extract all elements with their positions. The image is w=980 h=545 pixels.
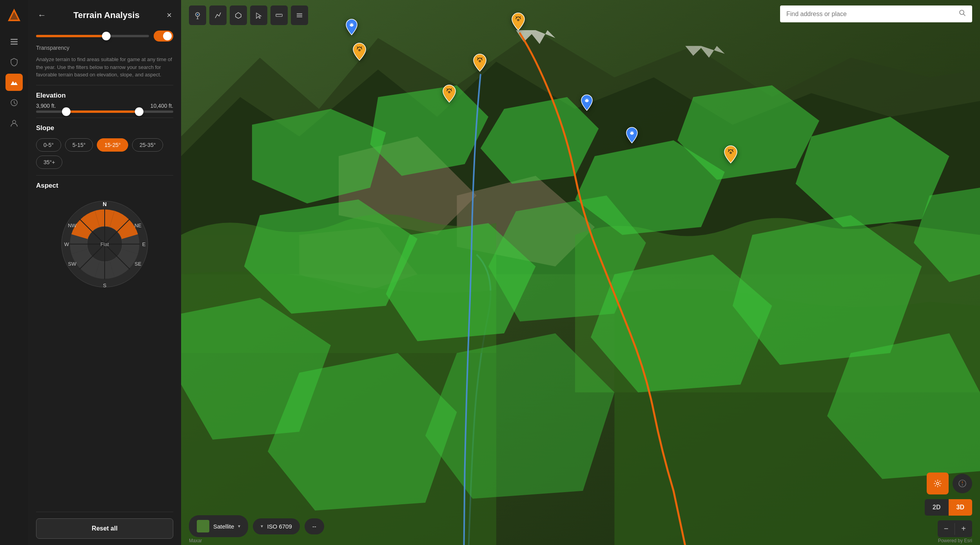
svg-text:N: N (103, 201, 107, 207)
slope-btn-0-5[interactable]: 0-5° (36, 138, 61, 152)
view-2d-button[interactable]: 2D (925, 499, 948, 516)
game-marker-4[interactable] (441, 84, 457, 107)
svg-rect-3 (11, 41, 18, 42)
projection-selector[interactable]: ▾ ISO 6709 (253, 518, 299, 534)
view-3d-button[interactable]: 3D (949, 499, 972, 516)
svg-text:W: W (64, 241, 69, 247)
search-bar (780, 5, 972, 22)
satellite-toggle[interactable]: Satellite ▾ (189, 515, 248, 537)
map-toolbar (189, 5, 308, 25)
compass-container: N NE E SE S SW W NW Flat (28, 199, 181, 289)
nav-layers-button[interactable] (5, 33, 23, 50)
search-icon (959, 9, 966, 18)
map-thumbnail (197, 520, 209, 532)
panel-header: ← Terrain Analysis × (28, 0, 181, 27)
search-input-wrap (780, 5, 972, 22)
pan-button[interactable] (927, 473, 949, 494)
terrain-analysis-panel: ← Terrain Analysis × Transparency Analyz… (28, 0, 181, 545)
panel-title: Terrain Analysis (48, 10, 165, 20)
more-tools-button[interactable] (291, 5, 308, 25)
water-marker-1[interactable] (345, 18, 359, 39)
svg-point-47 (936, 482, 939, 485)
view-toggle: 2D 3D (925, 499, 972, 516)
nav-terrain-button[interactable] (5, 74, 23, 91)
game-marker-3[interactable] (472, 53, 488, 76)
nav-history-button[interactable] (5, 94, 23, 111)
svg-point-25 (197, 14, 198, 15)
slope-section-title: Slope (28, 118, 181, 135)
elevation-max-value: 10,400 ft. (151, 103, 173, 109)
zoom-out-button[interactable]: − (938, 520, 955, 537)
svg-text:S: S (103, 282, 107, 288)
water-marker-2[interactable] (580, 94, 594, 115)
measure-button[interactable] (270, 5, 288, 25)
elevation-values: 3,900 ft. 10,400 ft. (28, 103, 181, 109)
reset-all-button[interactable]: Reset all (36, 518, 173, 539)
elevation-min-thumb[interactable] (62, 107, 71, 116)
zoom-in-button[interactable]: + (955, 520, 972, 537)
transparency-toggle[interactable] (154, 31, 173, 42)
elevation-range-slider[interactable] (36, 110, 173, 113)
svg-point-6 (13, 120, 16, 123)
svg-point-43 (517, 19, 519, 21)
slope-buttons: 0-5° 5-15° 15-25° 25-35° 35°+ (28, 135, 181, 175)
svg-text:Flat: Flat (100, 241, 109, 247)
svg-marker-28 (236, 13, 241, 18)
svg-text:SW: SW (68, 261, 77, 267)
search-input[interactable] (786, 11, 955, 18)
svg-point-45 (448, 91, 450, 93)
svg-text:SE: SE (134, 261, 142, 267)
map-bottom-right: 2D 3D − + (925, 473, 972, 537)
app-logo[interactable] (5, 6, 23, 24)
satellite-chevron: ▾ (238, 523, 240, 529)
divider-4 (36, 512, 173, 512)
aspect-compass[interactable]: N NE E SE S SW W NW Flat (60, 199, 150, 289)
svg-point-44 (479, 60, 481, 62)
panel-description: Analyze terrain to find areas suitable f… (28, 54, 181, 85)
coord-value: -- (312, 523, 316, 530)
svg-point-46 (730, 152, 732, 154)
coord-display: -- (305, 518, 324, 534)
nav-user-button[interactable] (5, 114, 23, 132)
transparency-slider[interactable] (36, 35, 149, 37)
slope-btn-35-plus[interactable]: 35°+ (36, 156, 62, 169)
slope-btn-5-15[interactable]: 5-15° (65, 138, 93, 152)
transparency-row (28, 27, 181, 45)
game-marker-1[interactable] (352, 42, 367, 65)
elevation-max-thumb[interactable] (135, 107, 143, 116)
attribution-left: Maxar (189, 538, 202, 543)
draw-polygon-button[interactable] (230, 5, 247, 25)
projection-label: ISO 6709 (267, 523, 292, 530)
aspect-section-title: Aspect (28, 176, 181, 193)
satellite-label: Satellite (213, 523, 234, 530)
svg-text:NW: NW (68, 223, 76, 228)
attribution-right: Powered by Esri (938, 538, 972, 543)
panel-back-button[interactable]: ← (36, 9, 48, 22)
game-marker-2[interactable] (510, 12, 526, 34)
svg-point-42 (358, 49, 361, 51)
elevation-min-value: 3,900 ft. (36, 103, 56, 109)
water-marker-3[interactable] (625, 127, 639, 147)
svg-rect-2 (11, 39, 18, 40)
add-waypoint-button[interactable] (189, 5, 206, 25)
svg-text:E: E (142, 241, 146, 247)
map-area: Satellite ▾ ▾ ISO 6709 -- (181, 0, 980, 545)
transparency-label: Transparency (28, 45, 181, 54)
proj-chevron: ▾ (261, 523, 263, 529)
svg-line-38 (964, 14, 965, 16)
svg-rect-4 (11, 43, 18, 45)
game-marker-5[interactable] (723, 145, 739, 167)
map-bottom-bar: Satellite ▾ ▾ ISO 6709 -- (189, 515, 324, 537)
elevation-section-title: Elevation (28, 85, 181, 103)
nav-shield-button[interactable] (5, 53, 23, 71)
compass-reset-button[interactable] (953, 474, 972, 493)
slope-btn-25-35[interactable]: 25-35° (132, 138, 163, 152)
panel-close-button[interactable]: × (165, 9, 173, 22)
svg-text:NE: NE (134, 223, 142, 228)
zoom-controls: − + (938, 520, 972, 537)
select-button[interactable] (250, 5, 267, 25)
sidebar-nav (0, 0, 28, 545)
slope-btn-15-25[interactable]: 15-25° (97, 138, 128, 152)
draw-line-button[interactable] (209, 5, 227, 25)
